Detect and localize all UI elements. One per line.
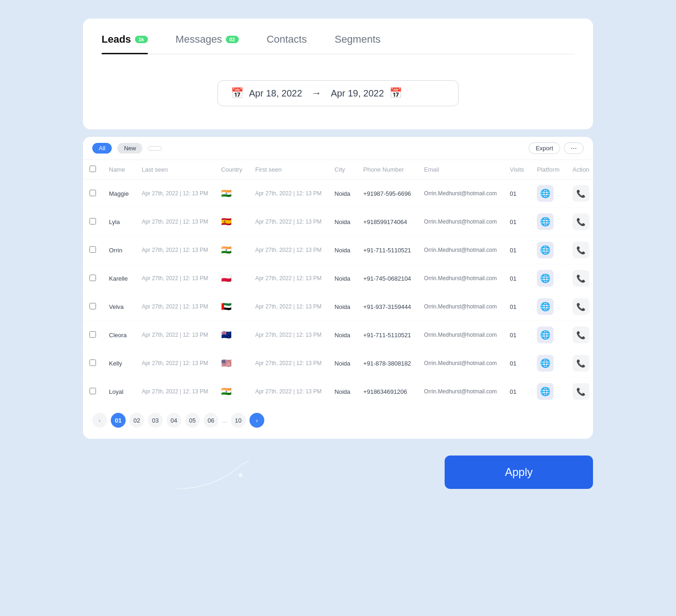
row-name: Velva bbox=[102, 293, 135, 321]
row-checkbox-4[interactable] bbox=[89, 303, 96, 309]
call-btn-3[interactable]: 📞 bbox=[573, 270, 589, 287]
row-platform[interactable]: 🌐 bbox=[530, 180, 566, 208]
row-checkbox-cell[interactable] bbox=[83, 264, 102, 293]
tab-leads[interactable]: Leads 1k bbox=[102, 33, 148, 54]
table-row: Lyla Apr 27th, 2022 | 12: 13 PM 🇪🇸 Apr 2… bbox=[83, 208, 593, 236]
col-action: Action bbox=[566, 160, 593, 180]
row-checkbox-cell[interactable] bbox=[83, 236, 102, 264]
row-checkbox-2[interactable] bbox=[89, 246, 96, 253]
row-name: Lyla bbox=[102, 208, 135, 236]
platform-web-btn[interactable]: 🌐 bbox=[537, 298, 554, 315]
platform-web-btn[interactable]: 🌐 bbox=[537, 383, 554, 400]
row-checkbox-cell[interactable] bbox=[83, 208, 102, 236]
row-action[interactable]: 📞 bbox=[566, 236, 593, 264]
row-checkbox-7[interactable] bbox=[89, 388, 96, 394]
row-checkbox-3[interactable] bbox=[89, 275, 96, 281]
page-05-btn[interactable]: 05 bbox=[185, 413, 200, 428]
filters-row: All New Export ⋯ bbox=[83, 137, 593, 160]
table-row: Karelle Apr 27th, 2022 | 12: 13 PM 🇵🇱 Ap… bbox=[83, 264, 593, 293]
row-city: Noida bbox=[328, 264, 357, 293]
row-action[interactable]: 📞 bbox=[566, 208, 593, 236]
call-btn-2[interactable]: 📞 bbox=[573, 242, 589, 258]
apply-button[interactable]: Apply bbox=[445, 456, 593, 489]
row-country: 🇳🇿 bbox=[215, 321, 249, 349]
row-platform[interactable]: 🌐 bbox=[530, 349, 566, 378]
date-range-box[interactable]: 📅 Apr 18, 2022 → Apr 19, 2022 📅 bbox=[217, 80, 459, 106]
tab-messages[interactable]: Messages 02 bbox=[176, 33, 239, 54]
row-phone: +91-711-5110521 bbox=[357, 321, 418, 349]
platform-web-btn[interactable]: 🌐 bbox=[537, 213, 554, 230]
filter-export[interactable]: Export bbox=[529, 142, 560, 154]
calendar-start-icon[interactable]: 📅 bbox=[231, 87, 243, 99]
page-01-btn[interactable]: 01 bbox=[111, 413, 126, 428]
row-action[interactable]: 📞 bbox=[566, 321, 593, 349]
row-city: Noida bbox=[328, 208, 357, 236]
row-visits: 01 bbox=[503, 264, 530, 293]
row-action[interactable]: 📞 bbox=[566, 378, 593, 406]
call-btn-5[interactable]: 📞 bbox=[573, 327, 589, 343]
row-action[interactable]: 📞 bbox=[566, 349, 593, 378]
row-first-seen: Apr 27th, 2022 | 12: 13 PM bbox=[249, 378, 328, 406]
messages-badge: 02 bbox=[226, 36, 239, 43]
tab-messages-label: Messages bbox=[176, 33, 222, 45]
table-row: Loyal Apr 27th, 2022 | 12: 13 PM 🇮🇳 Apr … bbox=[83, 378, 593, 406]
calendar-end-icon[interactable]: 📅 bbox=[389, 87, 402, 99]
date-start: Apr 18, 2022 bbox=[249, 88, 302, 99]
row-platform[interactable]: 🌐 bbox=[530, 378, 566, 406]
tab-segments[interactable]: Segments bbox=[335, 33, 381, 54]
row-checkbox-1[interactable] bbox=[89, 218, 96, 225]
row-platform[interactable]: 🌐 bbox=[530, 236, 566, 264]
page-03-btn[interactable]: 03 bbox=[148, 413, 163, 428]
row-platform[interactable]: 🌐 bbox=[530, 264, 566, 293]
platform-web-btn[interactable]: 🌐 bbox=[537, 185, 554, 202]
page-04-btn[interactable]: 04 bbox=[166, 413, 181, 428]
row-action[interactable]: 📞 bbox=[566, 264, 593, 293]
filter-tag1[interactable] bbox=[148, 146, 162, 151]
row-email: Orrin.Medhurst@hotmail.com bbox=[418, 378, 504, 406]
page-02-btn[interactable]: 02 bbox=[129, 413, 144, 428]
col-last-seen: Last seen bbox=[135, 160, 215, 180]
date-start-part: 📅 Apr 18, 2022 bbox=[231, 87, 302, 99]
filter-more[interactable]: ⋯ bbox=[564, 142, 584, 154]
row-action[interactable]: 📞 bbox=[566, 293, 593, 321]
platform-web-btn[interactable]: 🌐 bbox=[537, 355, 554, 372]
call-btn-1[interactable]: 📞 bbox=[573, 213, 589, 230]
row-name: Orrin bbox=[102, 236, 135, 264]
row-country: 🇦🇪 bbox=[215, 293, 249, 321]
row-email: Orrin.Medhurst@hotmail.com bbox=[418, 180, 504, 208]
call-btn-6[interactable]: 📞 bbox=[573, 355, 589, 372]
call-btn-7[interactable]: 📞 bbox=[573, 383, 589, 400]
row-phone: +91-878-3808182 bbox=[357, 349, 418, 378]
row-platform[interactable]: 🌐 bbox=[530, 321, 566, 349]
row-platform[interactable]: 🌐 bbox=[530, 293, 566, 321]
row-country: 🇮🇳 bbox=[215, 236, 249, 264]
platform-web-btn[interactable]: 🌐 bbox=[537, 327, 554, 343]
row-checkbox-cell[interactable] bbox=[83, 180, 102, 208]
row-platform[interactable]: 🌐 bbox=[530, 208, 566, 236]
row-checkbox-0[interactable] bbox=[89, 190, 96, 196]
select-all-checkbox[interactable] bbox=[89, 166, 96, 172]
page-10-btn[interactable]: 10 bbox=[231, 413, 246, 428]
row-checkbox-cell[interactable] bbox=[83, 293, 102, 321]
call-btn-4[interactable]: 📞 bbox=[573, 298, 589, 315]
platform-web-btn[interactable]: 🌐 bbox=[537, 270, 554, 287]
page-06-btn[interactable]: 06 bbox=[204, 413, 218, 428]
filter-all[interactable]: All bbox=[92, 143, 112, 154]
platform-web-btn[interactable]: 🌐 bbox=[537, 242, 554, 258]
tab-contacts[interactable]: Contacts bbox=[267, 33, 307, 54]
next-page-btn[interactable]: › bbox=[249, 413, 264, 428]
row-checkbox-6[interactable] bbox=[89, 359, 96, 366]
row-action[interactable]: 📞 bbox=[566, 180, 593, 208]
filter-new[interactable]: New bbox=[117, 143, 142, 154]
row-country: 🇮🇳 bbox=[215, 180, 249, 208]
row-checkbox-cell[interactable] bbox=[83, 321, 102, 349]
leads-table: Name Last seen Country First seen City P… bbox=[83, 160, 593, 405]
header-select-all[interactable] bbox=[83, 160, 102, 180]
prev-page-btn[interactable]: ‹ bbox=[92, 413, 107, 428]
row-country: 🇮🇳 bbox=[215, 378, 249, 406]
row-checkbox-cell[interactable] bbox=[83, 378, 102, 406]
col-city: City bbox=[328, 160, 357, 180]
row-checkbox-cell[interactable] bbox=[83, 349, 102, 378]
call-btn-0[interactable]: 📞 bbox=[573, 185, 589, 202]
row-checkbox-5[interactable] bbox=[89, 331, 96, 338]
